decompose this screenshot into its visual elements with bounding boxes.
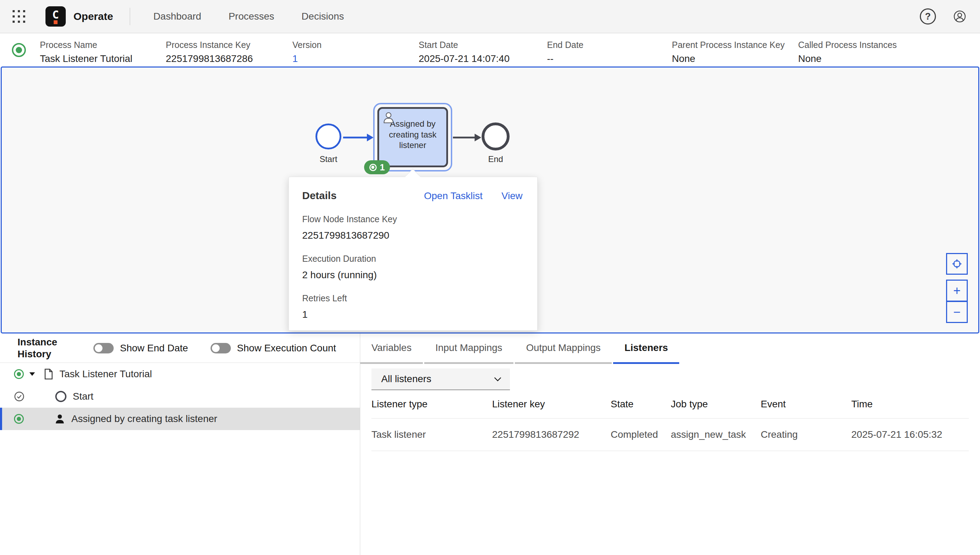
field-label: Called Process Instances [798, 40, 897, 50]
popup-field-label: Execution Duration [302, 254, 524, 264]
tree-row-process[interactable]: Task Listener Tutorial [0, 363, 360, 385]
show-execution-count-toggle[interactable]: Show Execution Count [211, 343, 336, 354]
field-value: None [798, 53, 822, 64]
active-state-icon [14, 369, 24, 379]
toggle-label: Show Execution Count [237, 343, 336, 354]
col-job-type: Job type [671, 399, 761, 410]
operate-app: C Operate Dashboard Processes Decisions … [0, 0, 980, 555]
chevron-down-icon [494, 377, 502, 382]
bpmn-end-event[interactable] [481, 122, 510, 151]
tree-row-label: Assigned by creating task listener [71, 413, 217, 425]
active-state-icon [369, 164, 377, 171]
field-label: Version [293, 40, 321, 50]
nav-link-dashboard[interactable]: Dashboard [153, 11, 201, 22]
popup-body: Flow Node Instance Key 2251799813687290 … [289, 214, 537, 320]
field-label: Start Date [419, 40, 458, 50]
bpmn-diagram-panel[interactable]: Start Assigned by creating task listener… [1, 66, 979, 334]
instance-header: Process Name Task Listener Tutorial Proc… [0, 34, 980, 66]
user-avatar-icon[interactable] [953, 10, 966, 23]
instance-history-header: Instance History Show End Date Show Exec… [0, 334, 360, 363]
field-label: Parent Process Instance Key [672, 40, 785, 50]
toggle-switch[interactable] [93, 343, 114, 353]
tree-row-user-task[interactable]: Assigned by creating task listener [0, 408, 360, 430]
cell-state: Completed [611, 429, 671, 440]
listeners-table: Listener type Listener key State Job typ… [371, 390, 969, 451]
field-label: Process Name [40, 40, 97, 50]
toggle-label: Show End Date [120, 343, 188, 354]
popup-field-flow-node-instance-key: Flow Node Instance Key 2251799813687290 [302, 214, 524, 241]
end-event-label: End [475, 154, 516, 164]
bpmn-user-task[interactable]: Assigned by creating task listener [377, 107, 448, 167]
user-task-icon [54, 414, 65, 424]
cell-time: 2025-07-21 16:05:32 [851, 429, 969, 440]
popup-title: Details [302, 190, 336, 202]
tab-listeners[interactable]: Listeners [613, 334, 679, 364]
field-label: End Date [547, 40, 584, 50]
instance-history-panel: Instance History Show End Date Show Exec… [0, 334, 360, 555]
listeners-tab-content: All listeners Listener type Listener key… [360, 364, 980, 451]
popup-field-execution-duration: Execution Duration 2 hours (running) [302, 254, 524, 281]
tree-row-label: Start [73, 391, 93, 402]
nav-link-processes[interactable]: Processes [229, 11, 274, 22]
field-value: Task Listener Tutorial [40, 53, 133, 64]
show-end-date-toggle[interactable]: Show End Date [93, 343, 188, 354]
listeners-table-header: Listener type Listener key State Job typ… [371, 390, 969, 418]
active-instances-count: 1 [380, 162, 385, 173]
active-instances-badge: 1 [364, 160, 390, 174]
zoom-in-button[interactable]: + [946, 280, 968, 301]
camunda-logo[interactable]: C [45, 6, 66, 27]
bpmn-start-event[interactable] [315, 124, 341, 149]
listener-filter-dropdown[interactable]: All listeners [371, 369, 510, 390]
details-popup: Details Open Tasklist View Flow Node Ins… [289, 177, 537, 331]
popup-field-retries-left: Retries Left 1 [302, 293, 524, 320]
product-name: Operate [74, 11, 113, 22]
nav-right: ? [920, 8, 966, 24]
tree-row-start[interactable]: Start [0, 385, 360, 408]
field-value: 2251799813687286 [166, 53, 253, 64]
detail-tabs: Variables Input Mappings Output Mappings… [360, 334, 980, 364]
col-state: State [611, 399, 671, 410]
instance-history-title: Instance History [18, 336, 79, 359]
top-navigation: C Operate Dashboard Processes Decisions … [0, 0, 980, 33]
tab-input-mappings[interactable]: Input Mappings [424, 334, 513, 364]
instance-active-state-icon [12, 43, 26, 57]
tree-row-label: Task Listener Tutorial [59, 369, 152, 380]
bottom-section: Instance History Show End Date Show Exec… [0, 334, 980, 555]
tab-variables[interactable]: Variables [360, 334, 423, 364]
process-document-icon [44, 369, 53, 380]
nav-link-decisions[interactable]: Decisions [302, 11, 344, 22]
tab-output-mappings[interactable]: Output Mappings [515, 334, 612, 364]
field-value: None [672, 53, 695, 64]
cell-listener-key: 2251799813687292 [492, 429, 611, 440]
col-listener-type: Listener type [371, 399, 492, 410]
user-task-icon [383, 111, 395, 124]
help-icon[interactable]: ? [920, 8, 936, 24]
flow-node-detail-panel: Variables Input Mappings Output Mappings… [360, 334, 980, 555]
field-label: Process Instance Key [166, 40, 250, 50]
zoom-out-button[interactable]: − [946, 301, 968, 323]
col-event: Event [761, 399, 851, 410]
view-link[interactable]: View [502, 190, 523, 202]
reset-view-button[interactable] [946, 253, 968, 275]
listener-filter-value: All listeners [381, 374, 431, 385]
toggle-switch[interactable] [211, 343, 231, 353]
start-event-label: Start [307, 154, 349, 164]
cell-listener-type: Task listener [371, 429, 492, 440]
nav-links: Dashboard Processes Decisions [153, 11, 344, 22]
completed-check-icon [14, 391, 24, 402]
cell-job-type: assign_new_task [671, 429, 761, 440]
active-state-icon [14, 414, 24, 424]
nav-divider [130, 8, 130, 25]
chevron-down-icon[interactable] [29, 372, 35, 376]
col-listener-key: Listener key [492, 399, 611, 410]
version-link[interactable]: 1 [293, 53, 298, 64]
open-tasklist-link[interactable]: Open Tasklist [424, 190, 483, 202]
listener-table-row: Task listener 2251799813687292 Completed… [371, 418, 969, 451]
popup-field-value: 2 hours (running) [302, 269, 524, 281]
col-time: Time [851, 399, 969, 410]
cell-event: Creating [761, 429, 851, 440]
field-value: 2025-07-21 14:07:40 [419, 53, 510, 64]
popup-field-value: 1 [302, 309, 524, 320]
app-switcher-icon[interactable] [11, 8, 27, 25]
popup-field-label: Flow Node Instance Key [302, 214, 524, 224]
